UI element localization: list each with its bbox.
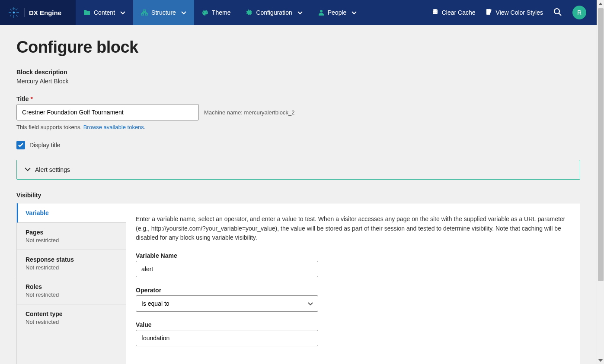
svg-rect-11 — [143, 10, 146, 12]
operator-group: Operator — [136, 287, 570, 312]
nav-configuration-label: Configuration — [256, 9, 292, 16]
folder-icon — [83, 9, 90, 16]
avatar[interactable]: R — [572, 6, 586, 19]
scroll-down-icon[interactable] — [597, 357, 604, 364]
tab-pages[interactable]: Pages Not restricted — [17, 223, 126, 250]
block-description-label: Block description — [16, 69, 580, 76]
tokens-link[interactable]: Browse available tokens. — [83, 124, 146, 130]
theme-icon — [202, 9, 208, 16]
page-title: Configure block — [16, 38, 580, 57]
tab-content-type-sub: Not restricted — [26, 319, 117, 325]
tab-variable-title: Variable — [26, 209, 117, 216]
operator-select[interactable] — [136, 295, 318, 312]
nav-people[interactable]: People — [310, 0, 365, 25]
nav-theme-label: Theme — [212, 9, 231, 16]
svg-rect-13 — [145, 13, 147, 15]
brand[interactable]: DX Engine — [0, 0, 76, 25]
title-label: Title * — [16, 95, 580, 102]
gear-icon — [246, 9, 252, 16]
scrollbar[interactable] — [597, 0, 604, 364]
person-icon — [318, 9, 324, 16]
chevron-down-icon — [297, 9, 303, 16]
svg-point-21 — [554, 9, 559, 14]
tab-roles[interactable]: Roles Not restricted — [17, 277, 126, 304]
nav-people-label: People — [328, 9, 347, 16]
tab-roles-title: Roles — [26, 283, 117, 290]
nav-content[interactable]: Content — [76, 0, 133, 25]
variable-name-group: Variable Name — [136, 252, 570, 277]
chevron-down-icon — [25, 166, 31, 173]
block-description-field: Block description Mercury Alert Block — [16, 69, 580, 85]
machine-name: Machine name: mercuryalertblock_2 — [204, 109, 295, 116]
title-field: Title * Machine name: mercuryalertblock_… — [16, 95, 580, 130]
tab-variable[interactable]: Variable — [17, 203, 126, 223]
scroll-up-icon[interactable] — [597, 0, 604, 7]
value-input[interactable] — [136, 330, 318, 346]
structure-icon — [141, 9, 148, 16]
nav-content-label: Content — [94, 9, 115, 16]
display-title-checkbox[interactable] — [16, 141, 25, 149]
variable-description: Enter a variable name, select an operato… — [136, 215, 570, 243]
svg-rect-12 — [141, 13, 144, 15]
alert-settings-toggle[interactable]: Alert settings — [17, 160, 580, 179]
brand-text: DX Engine — [29, 9, 61, 16]
required-icon: * — [30, 95, 32, 102]
svg-line-22 — [559, 13, 561, 16]
svg-line-6 — [16, 15, 18, 16]
alert-settings: Alert settings — [16, 160, 580, 180]
visibility-section: Variable Pages Not restricted Response s… — [16, 203, 580, 364]
tab-response-status-title: Response status — [26, 256, 117, 263]
tab-pages-sub: Not restricted — [26, 237, 117, 244]
variable-name-input[interactable] — [136, 261, 318, 277]
value-group: Value — [136, 321, 570, 346]
swatch-icon — [486, 9, 492, 16]
svg-line-10 — [14, 8, 16, 9]
nav-right: Clear Cache View Color Styles R — [432, 0, 597, 25]
tab-response-status-sub: Not restricted — [26, 264, 117, 271]
svg-line-5 — [10, 9, 12, 10]
view-styles-button[interactable]: View Color Styles — [486, 9, 543, 16]
tokens-hint: This field supports tokens. Browse avail… — [16, 124, 580, 130]
variable-panel: Enter a variable name, select an operato… — [126, 203, 580, 364]
nav-structure-label: Structure — [151, 9, 176, 16]
avatar-initial: R — [577, 9, 582, 16]
nav-theme[interactable]: Theme — [194, 0, 239, 25]
tab-content-type[interactable]: Content type Not restricted — [17, 304, 126, 331]
brand-logo-icon — [8, 6, 20, 19]
chevron-down-icon — [120, 9, 125, 16]
svg-line-9 — [12, 8, 14, 9]
chevron-down-icon — [181, 9, 186, 16]
scroll-thumb[interactable] — [598, 8, 604, 281]
svg-line-7 — [16, 9, 18, 10]
clear-cache-label: Clear Cache — [442, 9, 476, 16]
block-description-value: Mercury Alert Block — [16, 78, 69, 85]
svg-point-18 — [433, 9, 438, 11]
svg-line-8 — [10, 15, 12, 16]
variable-name-label: Variable Name — [136, 252, 570, 259]
nav-structure[interactable]: Structure — [133, 0, 194, 25]
svg-point-0 — [13, 12, 15, 13]
top-nav: DX Engine Content Structure Theme Config… — [0, 0, 597, 25]
visibility-heading: Visibility — [16, 192, 580, 199]
clear-cache-button[interactable]: Clear Cache — [432, 9, 476, 16]
alert-settings-label: Alert settings — [35, 166, 70, 173]
display-title-row: Display title — [16, 141, 580, 149]
nav-items: Content Structure Theme Configuration Pe… — [76, 0, 364, 25]
tab-roles-sub: Not restricted — [26, 291, 117, 298]
display-title-label: Display title — [29, 142, 61, 149]
database-icon — [432, 9, 438, 16]
tab-content-type-title: Content type — [26, 310, 117, 317]
main-content: Configure block Block description Mercur… — [0, 25, 597, 364]
nav-configuration[interactable]: Configuration — [238, 0, 310, 25]
visibility-tabs: Variable Pages Not restricted Response s… — [17, 203, 126, 364]
operator-label: Operator — [136, 287, 570, 294]
search-button[interactable] — [553, 8, 562, 18]
value-label: Value — [136, 321, 570, 328]
chevron-down-icon — [352, 9, 357, 16]
tab-response-status[interactable]: Response status Not restricted — [17, 250, 126, 277]
tab-pages-title: Pages — [26, 229, 117, 236]
title-input[interactable] — [16, 104, 199, 120]
view-styles-label: View Color Styles — [496, 9, 543, 16]
search-icon — [553, 8, 562, 18]
